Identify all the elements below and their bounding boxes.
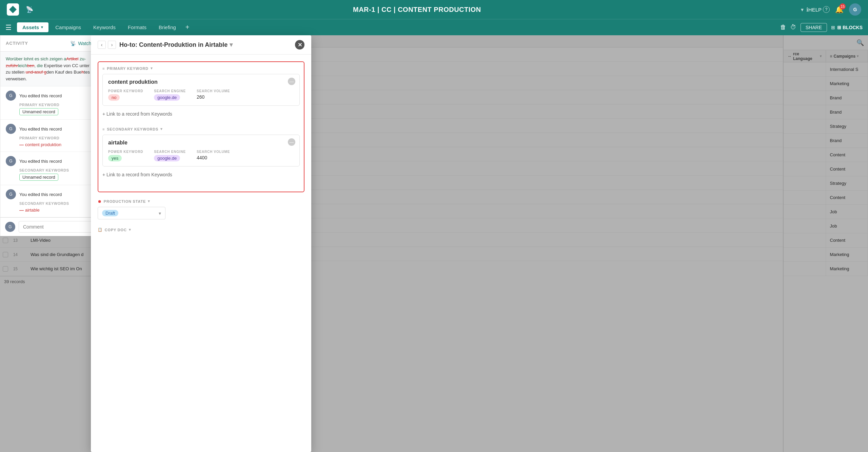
removed-keyword-tag: — content produktion xyxy=(19,142,61,147)
comment-avatar: G xyxy=(5,222,15,232)
production-state-expand-icon[interactable]: ▾ xyxy=(148,199,150,203)
secondary-keyword-name: airtable xyxy=(108,140,294,146)
secondary-power-keyword: POWER KEYWORD yes xyxy=(108,150,143,161)
draft-tag: Draft xyxy=(102,210,118,216)
tab-assets[interactable]: Assets ▾ xyxy=(17,22,48,32)
primary-keyword-field-icon: ≡ xyxy=(102,66,105,71)
strikethrough-text-comma: , die xyxy=(35,63,44,68)
workspace-stream-icon: 📡 xyxy=(26,6,33,13)
removed-keyword-tag-2: — airtable xyxy=(19,208,40,213)
strikethrough-text-artikel: Artikel xyxy=(66,56,78,61)
primary-search-volume: SEARCH VOLUME 260 xyxy=(197,89,230,101)
next-record-button[interactable]: › xyxy=(108,41,116,49)
workspace-title: MAR-1 | CC | CONTENT PRODUCTION xyxy=(36,6,798,14)
strikethrough-green-text: Worüber lohnt es sich zeigen xyxy=(6,56,64,61)
secondary-engine-value: google.de xyxy=(154,155,186,161)
strikethrough-text-und: und-asuf g xyxy=(26,70,46,75)
hamburger-menu[interactable]: ☰ xyxy=(5,23,12,32)
delete-icon[interactable]: 🗑 xyxy=(780,24,786,31)
modal-header: ‹ › Ho-to: Content-Produktion in Airtabl… xyxy=(91,35,311,55)
help-question-icon: ? xyxy=(823,6,830,13)
comment-input[interactable] xyxy=(19,221,102,233)
secondary-search-volume: SEARCH VOLUME 4400 xyxy=(197,150,230,161)
production-state-label: ⏺ PRODUCTION STATE ▾ xyxy=(98,199,304,203)
remove-primary-keyword-button[interactable]: — xyxy=(288,78,295,85)
link-secondary-keyword-button[interactable]: + Link to a record from Keywords xyxy=(102,170,300,179)
notification-count: 15 xyxy=(840,3,846,9)
tab-keywords[interactable]: Keywords xyxy=(88,22,121,32)
add-tab-button[interactable]: + xyxy=(183,23,192,32)
secondary-keywords-expand-icon[interactable]: ▾ xyxy=(160,127,163,131)
secondary-search-engine: SEARCH ENGINE google.de xyxy=(154,150,186,161)
tab-briefing[interactable]: Briefing xyxy=(153,22,181,32)
removed-dash-icon-2: — xyxy=(19,208,24,213)
primary-keyword-name: content produktion xyxy=(108,79,294,85)
activity-item-text: You edited this record xyxy=(19,192,101,197)
activity-avatar: G xyxy=(6,91,16,101)
activity-item-text: You edited this record xyxy=(19,159,101,164)
secondary-keywords-field-icon: ≡ xyxy=(102,127,105,131)
second-nav-right: 🗑 ⏱ SHARE ⊞ ⊞ BLOCKS xyxy=(780,23,863,32)
strikethrough-text-zufuhren: zuführ xyxy=(6,63,18,68)
tab-formats[interactable]: Formats xyxy=(122,22,152,32)
strikethrough-text-ben: ben xyxy=(27,63,35,68)
notifications-button[interactable]: 🔔 15 xyxy=(835,5,844,14)
main-content: ▶ ⊞ All Assets 👥 ⚡ # Aa SEO Title 1 7 Ge… xyxy=(0,35,868,452)
secondary-power-value: yes xyxy=(108,155,143,161)
workspace-dropdown-arrow[interactable]: ▾ xyxy=(801,6,804,13)
tab-assets-dropdown[interactable]: ▾ xyxy=(41,25,43,30)
activity-avatar: G xyxy=(6,124,16,134)
primary-keyword-label: ≡ PRIMARY KEYWORD ▾ xyxy=(102,66,300,71)
activity-avatar: G xyxy=(6,189,16,199)
production-state-dropdown[interactable]: Draft ▾ xyxy=(98,207,165,219)
remove-secondary-keyword-button[interactable]: — xyxy=(288,138,295,146)
secondary-keywords-section: ≡ SECONDARY KEYWORDS ▾ airtable POWER KE… xyxy=(102,127,300,179)
secondary-keywords-label: ≡ SECONDARY KEYWORDS ▾ xyxy=(102,127,300,131)
top-nav-right: HELP ? 🔔 15 G xyxy=(808,3,861,16)
modal-overlay: ‹ › Ho-to: Content-Produktion in Airtabl… xyxy=(0,35,868,452)
production-state-section: ⏺ PRODUCTION STATE ▾ Draft ▾ xyxy=(98,199,304,219)
help-button[interactable]: HELP ? xyxy=(808,6,830,13)
modal-body: ≡ PRIMARY KEYWORD ▾ content produktion P… xyxy=(91,55,311,452)
modal-close-button[interactable]: ✕ xyxy=(295,40,304,50)
copy-doc-section: 📋 COPY DOC ▾ xyxy=(98,228,304,232)
modal-title: Ho-to: Content-Produktion in Airtable ▾ xyxy=(119,41,233,48)
history-icon[interactable]: ⏱ xyxy=(790,24,796,31)
modal-nav-arrows: ‹ › xyxy=(98,41,116,49)
copy-doc-label: 📋 COPY DOC ▾ xyxy=(98,228,304,232)
top-nav: 📡 MAR-1 | CC | CONTENT PRODUCTION ▾ ℹ HE… xyxy=(0,0,868,19)
copy-doc-expand-icon[interactable]: ▾ xyxy=(129,228,131,232)
prev-record-button[interactable]: ‹ xyxy=(98,41,106,49)
primary-keyword-expand-icon[interactable]: ▾ xyxy=(151,66,153,71)
watching-icon: 📡 xyxy=(70,41,76,46)
activity-item-text: You edited this record xyxy=(19,93,101,98)
strikethrough-text-leich: leich xyxy=(18,63,27,68)
secondary-volume-value: 4400 xyxy=(197,155,230,160)
activity-title: ACTIVITY xyxy=(6,41,66,46)
activity-item-text: You edited this record xyxy=(19,126,101,132)
blocks-button[interactable]: ⊞ ⊞ BLOCKS xyxy=(831,25,863,30)
unnamed-record-badge-2: Unnamed record xyxy=(19,174,58,181)
primary-engine-value: google.de xyxy=(154,94,186,101)
primary-keyword-section: ≡ PRIMARY KEYWORD ▾ content produktion P… xyxy=(102,66,300,119)
production-state-field-icon: ⏺ xyxy=(98,199,102,203)
tab-campaigns[interactable]: Campaigns xyxy=(50,22,86,32)
strikethrough-text-den: den Kauf des Bue xyxy=(46,70,81,75)
draft-dropdown-arrow: ▾ xyxy=(159,211,161,216)
activity-avatar: G xyxy=(6,156,16,166)
primary-power-keyword: POWER KEYWORD no xyxy=(108,89,143,101)
copy-doc-field-icon: 📋 xyxy=(98,228,103,232)
removed-dash-icon: — xyxy=(19,142,24,147)
strikethrough-text-zu: zu- xyxy=(78,56,86,61)
user-avatar[interactable]: G xyxy=(849,3,861,16)
unnamed-record-badge: Unnamed record xyxy=(19,108,58,115)
link-primary-keyword-button[interactable]: + Link to a record from Keywords xyxy=(102,109,300,119)
share-button[interactable]: SHARE xyxy=(801,23,827,32)
app-logo[interactable] xyxy=(7,3,19,16)
blocks-icon: ⊞ xyxy=(831,25,835,30)
primary-search-engine: SEARCH ENGINE google.de xyxy=(154,89,186,101)
second-nav: ☰ Assets ▾ Campaigns Keywords Formats Br… xyxy=(0,19,868,35)
strikethrough-text-h: h xyxy=(81,70,84,75)
primary-keyword-outer-section: ≡ PRIMARY KEYWORD ▾ content produktion P… xyxy=(98,61,304,192)
modal-title-dropdown[interactable]: ▾ xyxy=(230,41,233,48)
